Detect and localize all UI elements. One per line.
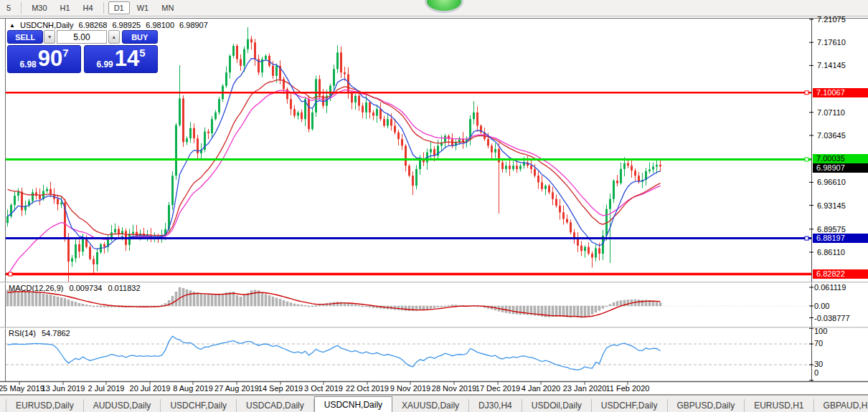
sell-price-prefix: 6.98: [19, 59, 36, 70]
macd-value: 0.009734: [69, 284, 102, 292]
buy-price-prefix: 6.99: [96, 59, 113, 70]
y-axis-tick: 7.14145: [817, 61, 867, 70]
y-axis-tick: 6.89575: [817, 225, 867, 234]
buy-button[interactable]: BUY: [122, 30, 158, 44]
rsi-axis-100: 100: [814, 327, 867, 335]
resistance-price-label: 7.10067: [813, 88, 868, 97]
date-axis-label: 9 Nov 2019: [390, 384, 430, 393]
tab-eurusd-h1[interactable]: EURUSD,H1: [745, 399, 813, 412]
tab-xauusd-daily[interactable]: XAUUSD,Daily: [392, 399, 469, 412]
rsi-axis-30: 30: [814, 360, 867, 368]
chart-tab-bar: EURUSD,Daily AUDUSD,Daily USDCHF,Daily U…: [0, 395, 868, 412]
rsi-indicator-header: RSI(14) 54.7862: [9, 329, 74, 337]
y-axis-tick: 6.86110: [817, 248, 867, 257]
sell-price-main: 90: [38, 46, 62, 72]
close-value: 6.98907: [179, 21, 208, 29]
collapse-triangle-icon: ▲: [9, 22, 15, 29]
tab-usdchf-daily[interactable]: USDCHF,Daily: [161, 399, 237, 412]
y-axis-tick: 6.96610: [817, 178, 867, 186]
date-axis-label: 27 Aug 2019: [214, 384, 259, 393]
sell-price-pip: 7: [62, 47, 68, 59]
rsi-axis-0: 0: [814, 368, 867, 377]
high-value: 6.98925: [112, 21, 141, 29]
sell-button[interactable]: SELL: [7, 30, 43, 44]
sell-price-panel[interactable]: 6.98 90 7: [7, 45, 81, 73]
date-axis-label: 25 May 2019: [0, 384, 44, 393]
macd-name-label: MACD(12,26,9): [9, 284, 63, 292]
y-axis-tick: 6.93145: [817, 201, 867, 210]
open-value: 6.98268: [79, 21, 108, 29]
macd-indicator-header: MACD(12,26,9) 0.009734 0.011832: [9, 284, 144, 292]
buy-price-panel[interactable]: 6.99 14 5: [84, 45, 158, 73]
date-axis-label: 4 Jan 2020: [522, 384, 560, 393]
y-axis-tick: 7.07110: [817, 108, 867, 117]
macd-signal-value: 0.011832: [108, 284, 140, 292]
date-axis-label: 8 Aug 2019: [173, 384, 213, 393]
tab-audusd-daily[interactable]: AUDUSD,Daily: [84, 399, 161, 412]
macd-axis-zero: 0.00: [814, 302, 867, 310]
volume-input[interactable]: [57, 30, 107, 44]
date-axis-label: 17 Dec 2019: [476, 384, 520, 393]
tab-usdcad-daily[interactable]: USDCAD,Daily: [237, 399, 314, 412]
y-axis-tick: 7.03645: [817, 131, 867, 140]
tab-usdcnh-daily[interactable]: USDCNH,Daily: [314, 396, 392, 412]
volume-increase-button[interactable]: ▲: [108, 30, 120, 44]
macd-axis-max: 0.061119: [814, 283, 867, 292]
symbol-period-label: USDCNH,Daily: [20, 21, 74, 29]
date-axis-label: 20 Jul 2019: [130, 384, 171, 393]
date-axis-label: 22 Oct 2019: [346, 384, 389, 393]
one-click-trading-panel: SELL ▼ ▲ BUY 6.98 90 7 6.99 14 5: [7, 30, 158, 73]
volume-decrease-button[interactable]: ▼: [44, 30, 55, 44]
support-price-label: 6.88197: [813, 234, 868, 243]
rsi-axis-70: 70: [814, 339, 867, 348]
mt4-application-window: 5 M30 H1 H4 D1 W1 MN ▲ USDCNH,Daily 6.98…: [0, 0, 868, 412]
date-axis-label: 2 Jul 2019: [88, 384, 125, 393]
tab-usdoil-daily[interactable]: USDOil,Daily: [522, 399, 592, 412]
buy-price-main: 14: [115, 46, 139, 72]
tab-dj30-h4[interactable]: DJ30,H4: [469, 399, 522, 412]
date-axis-label: 14 Sep 2019: [258, 384, 303, 393]
tab-usdchf-daily-2[interactable]: USDCHF,Daily: [592, 399, 668, 412]
y-axis-tick: 7.21075: [817, 15, 867, 24]
buy-price-pip: 5: [139, 47, 145, 59]
chart-ohlc-header: ▲ USDCNH,Daily 6.98268 6.98925 6.98100 6…: [9, 21, 211, 29]
low-value: 6.98100: [146, 21, 174, 29]
macd-axis-min: -0.038777: [814, 314, 867, 322]
rsi-name-label: RSI(14): [9, 329, 36, 337]
round-number-price-label: 7.00035: [813, 154, 868, 163]
date-axis-label: 23 Jan 2020: [563, 384, 607, 393]
date-axis-label: 28 Nov 2019: [432, 384, 476, 393]
current-price-label: 6.98907: [813, 163, 868, 173]
date-axis-label: 3 Oct 2019: [304, 384, 343, 393]
tab-eurusd-daily[interactable]: EURUSD,Daily: [6, 399, 84, 412]
date-axis-label: 11 Feb 2020: [606, 384, 650, 393]
date-axis-label: 13 Jun 2019: [42, 384, 85, 393]
tab-gbpusd-daily[interactable]: GBPUSD,Daily: [668, 399, 745, 412]
y-axis-tick: 7.17610: [817, 38, 867, 47]
tab-gbpaud-h1[interactable]: GBPAUD,H1: [814, 399, 868, 412]
lower-support-price-label: 6.82822: [813, 269, 868, 279]
rsi-value: 54.7862: [42, 329, 70, 337]
